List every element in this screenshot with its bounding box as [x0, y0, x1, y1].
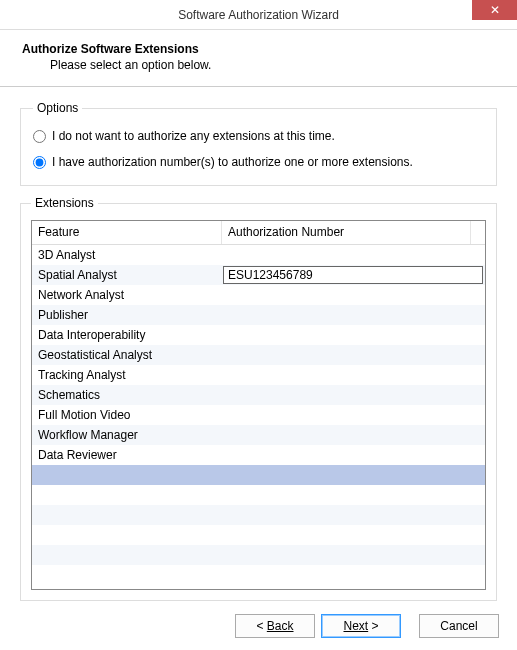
cell-auth[interactable] — [222, 505, 485, 525]
cell-auth[interactable] — [222, 485, 485, 505]
table-row[interactable]: Geostatistical Analyst — [32, 345, 485, 365]
window-title: Software Authorization Wizard — [178, 8, 339, 22]
cell-auth[interactable] — [222, 445, 485, 465]
options-legend: Options — [33, 101, 82, 115]
cell-auth[interactable] — [222, 245, 485, 265]
cell-auth[interactable] — [222, 465, 485, 485]
options-group: Options I do not want to authorize any e… — [20, 101, 497, 186]
table-row[interactable]: Publisher — [32, 305, 485, 325]
col-auth[interactable]: Authorization Number — [222, 221, 471, 244]
cell-feature[interactable]: Data Reviewer — [32, 445, 222, 465]
table-row[interactable]: 3D Analyst — [32, 245, 485, 265]
table-row[interactable] — [32, 565, 485, 585]
cancel-button[interactable]: Cancel — [419, 614, 499, 638]
cell-auth[interactable] — [222, 525, 485, 545]
cell-auth[interactable] — [222, 285, 485, 305]
auth-input[interactable] — [223, 266, 483, 284]
cell-feature[interactable]: Workflow Manager — [32, 425, 222, 445]
table-row[interactable]: Spatial Analyst — [32, 265, 485, 285]
radio-have-auth-input[interactable] — [33, 156, 46, 169]
cell-feature[interactable] — [32, 525, 222, 545]
cell-auth[interactable] — [222, 305, 485, 325]
page-subtitle: Please select an option below. — [22, 56, 495, 72]
radio-have-auth[interactable]: I have authorization number(s) to author… — [33, 155, 484, 169]
cell-feature[interactable] — [32, 485, 222, 505]
radio-no-auth-label: I do not want to authorize any extension… — [52, 129, 335, 143]
cell-feature[interactable] — [32, 565, 222, 585]
back-button[interactable]: < Back — [235, 614, 315, 638]
close-icon: ✕ — [490, 3, 500, 17]
cell-feature[interactable]: Schematics — [32, 385, 222, 405]
cell-auth[interactable] — [222, 265, 485, 285]
table-row[interactable] — [32, 505, 485, 525]
cell-auth[interactable] — [222, 385, 485, 405]
cell-feature[interactable] — [32, 545, 222, 565]
table-row[interactable] — [32, 485, 485, 505]
cell-auth[interactable] — [222, 565, 485, 585]
cell-feature[interactable]: Geostatistical Analyst — [32, 345, 222, 365]
cell-feature[interactable]: 3D Analyst — [32, 245, 222, 265]
cell-feature[interactable]: Spatial Analyst — [32, 265, 222, 285]
cell-auth[interactable] — [222, 405, 485, 425]
next-label: Next — [343, 619, 368, 633]
extensions-grid: Feature Authorization Number 3D AnalystS… — [31, 220, 486, 590]
next-button[interactable]: Next > — [321, 614, 401, 638]
header-section: Authorize Software Extensions Please sel… — [0, 30, 517, 87]
extensions-group: Extensions Feature Authorization Number … — [20, 196, 497, 601]
table-row[interactable] — [32, 545, 485, 565]
cell-auth[interactable] — [222, 345, 485, 365]
table-row[interactable]: Data Interoperability — [32, 325, 485, 345]
cell-auth[interactable] — [222, 365, 485, 385]
table-row[interactable]: Network Analyst — [32, 285, 485, 305]
wizard-body: Authorize Software Extensions Please sel… — [0, 30, 517, 601]
extensions-legend: Extensions — [31, 196, 98, 210]
grid-header: Feature Authorization Number — [32, 221, 485, 245]
cell-feature[interactable]: Full Motion Video — [32, 405, 222, 425]
table-row[interactable]: Data Reviewer — [32, 445, 485, 465]
cancel-label: Cancel — [440, 619, 477, 633]
button-bar: < Back Next > Cancel — [235, 614, 499, 638]
cell-auth[interactable] — [222, 545, 485, 565]
cell-feature[interactable] — [32, 465, 222, 485]
cell-auth[interactable] — [222, 425, 485, 445]
close-button[interactable]: ✕ — [472, 0, 517, 20]
cell-feature[interactable]: Publisher — [32, 305, 222, 325]
col-spacer — [471, 221, 485, 244]
cell-feature[interactable] — [32, 505, 222, 525]
cell-feature[interactable]: Data Interoperability — [32, 325, 222, 345]
table-row[interactable] — [32, 525, 485, 545]
back-label: Back — [267, 619, 294, 633]
table-row[interactable]: Workflow Manager — [32, 425, 485, 445]
radio-no-auth[interactable]: I do not want to authorize any extension… — [33, 129, 484, 143]
page-title: Authorize Software Extensions — [22, 42, 495, 56]
table-row[interactable]: Tracking Analyst — [32, 365, 485, 385]
grid-rows: 3D AnalystSpatial AnalystNetwork Analyst… — [32, 245, 485, 589]
cell-feature[interactable]: Tracking Analyst — [32, 365, 222, 385]
cell-auth[interactable] — [222, 325, 485, 345]
table-row[interactable]: Schematics — [32, 385, 485, 405]
radio-no-auth-input[interactable] — [33, 130, 46, 143]
cell-feature[interactable]: Network Analyst — [32, 285, 222, 305]
col-feature[interactable]: Feature — [32, 221, 222, 244]
table-row[interactable] — [32, 465, 485, 485]
table-row[interactable]: Full Motion Video — [32, 405, 485, 425]
radio-have-auth-label: I have authorization number(s) to author… — [52, 155, 413, 169]
content-area: Options I do not want to authorize any e… — [0, 87, 517, 601]
title-bar: Software Authorization Wizard ✕ — [0, 0, 517, 30]
